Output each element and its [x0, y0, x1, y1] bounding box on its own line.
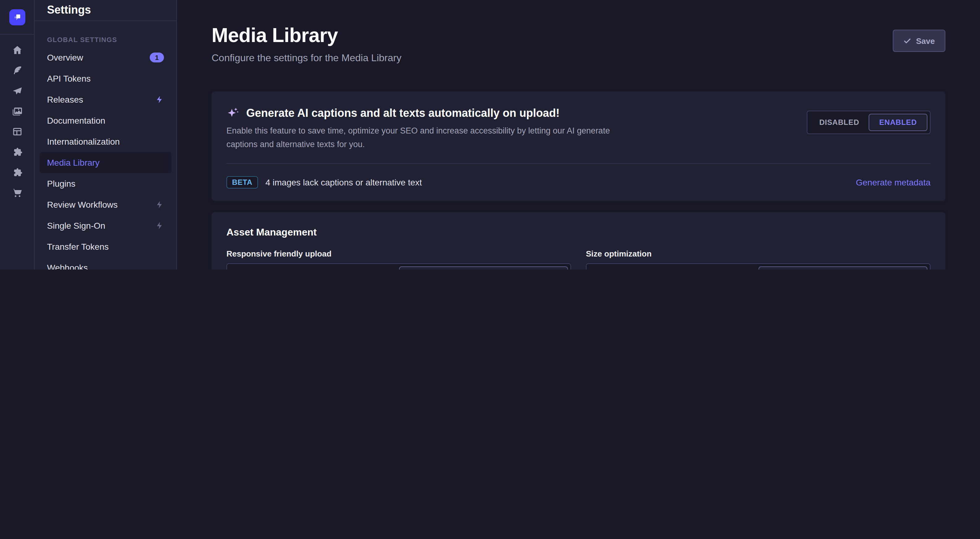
sidebar-item-internationalization[interactable]: Internationalization [40, 131, 171, 152]
rail-header [0, 0, 34, 35]
ai-banner-footer: BETA 4 images lack captions or alternati… [212, 164, 945, 201]
overview-badge: 1 [150, 52, 164, 62]
missing-captions-status: 4 images lack captions or alternative te… [266, 178, 848, 187]
size-optimization-toggle[interactable]: FALSE TRUE [586, 263, 931, 270]
content-type-builder-feather-icon[interactable] [11, 64, 23, 77]
settings-sidebar-list: Global settings Overview 1 API Tokens Re… [35, 21, 176, 270]
sidebar-item-documentation[interactable]: Documentation [40, 110, 171, 131]
content-manager-layout-icon[interactable] [11, 125, 23, 138]
sidebar-title: Settings [47, 4, 91, 17]
strapi-logo-icon [12, 12, 22, 22]
responsive-friendly-upload-toggle[interactable]: FALSE TRUE [226, 263, 571, 270]
responsive-true-option[interactable]: TRUE [399, 266, 568, 270]
asset-management-card: Asset Management Responsive friendly upl… [212, 212, 945, 270]
check-icon [903, 37, 911, 45]
extensions-puzzle-icon[interactable] [11, 166, 23, 179]
sidebar-item-plugins[interactable]: Plugins [40, 173, 171, 194]
ai-banner-title: Generate AI captions and alt texts autom… [246, 107, 560, 120]
page-header-text: Media Library Configure the settings for… [212, 25, 401, 63]
marketplace-cart-icon[interactable] [11, 187, 23, 199]
page-header: Media Library Configure the settings for… [212, 25, 945, 63]
size-optimization-true-option[interactable]: TRUE [758, 266, 928, 270]
page-title: Media Library [212, 25, 401, 46]
ai-enabled-toggle[interactable]: DISABLED ENABLED [807, 111, 931, 134]
media-library-images-icon[interactable] [11, 105, 23, 117]
deploy-send-icon[interactable] [11, 85, 23, 97]
sidebar-item-api-tokens[interactable]: API Tokens [40, 68, 171, 89]
sidebar-item-review-workflows[interactable]: Review Workflows [40, 194, 171, 215]
generate-metadata-link[interactable]: Generate metadata [856, 178, 931, 187]
lightning-bolt-icon [155, 221, 164, 230]
rail-icon-list [11, 44, 23, 199]
sidebar-item-transfer-tokens[interactable]: Transfer Tokens [40, 236, 171, 257]
ai-banner-description: Enable this feature to save time, optimi… [226, 124, 622, 151]
ai-captions-banner: Generate AI captions and alt texts autom… [212, 92, 945, 201]
settings-sidebar-header: Settings [35, 0, 176, 21]
field-label: Responsive friendly upload [226, 249, 571, 258]
sidebar-item-single-sign-on[interactable]: Single Sign-On [40, 215, 171, 236]
field-size-optimization: Size optimization FALSE TRUE Enabling th… [586, 249, 931, 270]
asset-management-title: Asset Management [226, 227, 931, 238]
settings-sidebar: Settings Global settings Overview 1 API … [35, 0, 177, 270]
home-icon[interactable] [11, 44, 23, 56]
strapi-logo[interactable] [9, 9, 25, 25]
beta-badge: BETA [226, 176, 258, 189]
sidebar-item-media-library[interactable]: Media Library [40, 152, 171, 173]
sidebar-item-webhooks[interactable]: Webhooks [40, 257, 171, 270]
ai-toggle-disabled-option[interactable]: DISABLED [810, 114, 869, 131]
save-button-label: Save [916, 36, 935, 46]
ai-sparkle-icon [226, 106, 240, 120]
size-optimization-false-option[interactable]: FALSE [589, 266, 758, 270]
sidebar-item-releases[interactable]: Releases [40, 89, 171, 110]
strapi-settings-app: 1 i M Settings Global settings Overview … [0, 0, 980, 270]
lightning-bolt-icon [155, 200, 164, 209]
sidebar-item-overview[interactable]: Overview 1 [40, 47, 171, 68]
lightning-bolt-icon [155, 95, 164, 104]
page-subtitle: Configure the settings for the Media Lib… [212, 52, 401, 63]
ai-toggle-enabled-option[interactable]: ENABLED [869, 114, 928, 131]
main-nav-rail: 1 i M [0, 0, 35, 270]
section-global-settings: Global settings Overview 1 API Tokens Re… [40, 36, 171, 270]
plugins-puzzle-icon[interactable] [11, 146, 23, 158]
save-button[interactable]: Save [892, 30, 945, 52]
responsive-false-option[interactable]: FALSE [229, 266, 399, 270]
asset-management-fields: Responsive friendly upload FALSE TRUE En… [226, 249, 931, 270]
field-label: Size optimization [586, 249, 931, 258]
field-responsive-friendly-upload: Responsive friendly upload FALSE TRUE En… [226, 249, 571, 270]
section-label: Global settings [40, 36, 171, 43]
main-content: Media Library Configure the settings for… [177, 0, 980, 270]
